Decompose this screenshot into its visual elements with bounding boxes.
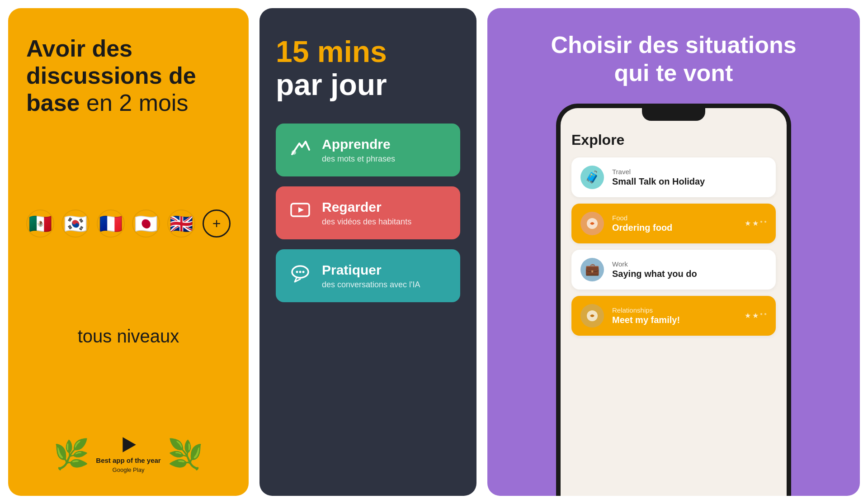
dot: ● <box>760 219 763 228</box>
work-category: Work <box>612 260 697 268</box>
topic-card-travel[interactable]: 🧳 Travel Small Talk on Holiday <box>571 157 776 197</box>
rel-dot: ● <box>760 311 763 320</box>
phone-content: Explore 🧳 Travel Small Talk on Holiday <box>561 121 787 496</box>
dot2: ● <box>764 219 767 228</box>
svg-point-6 <box>299 271 302 273</box>
flag-mexico: 🇲🇽 <box>26 209 54 238</box>
panel-dark: 15 mins par jour Apprendre des mots et p… <box>259 8 476 496</box>
food-name: Ordering food <box>612 223 672 233</box>
rel-star2: ★ <box>752 311 759 320</box>
feature-text-watch: Regarder des vidéos des habitants <box>322 199 411 227</box>
purple-title: Choisir des situations qui te vont <box>551 31 796 87</box>
feature-desc-practice: des conversations avec l'IA <box>322 280 420 290</box>
purple-title-line2: qui te vont <box>614 60 733 86</box>
travel-icon-circle: 🧳 <box>580 166 604 189</box>
work-name: Saying what you do <box>612 269 697 279</box>
panel-yellow: Avoir des discussions de base en 2 mois … <box>8 8 249 496</box>
food-text: Food Ordering food <box>612 214 672 233</box>
rel-star1: ★ <box>745 311 751 320</box>
time-highlight-text: 15 mins <box>276 35 460 68</box>
relationships-icon-circle <box>580 304 604 328</box>
feature-title-learn: Apprendre <box>322 136 395 152</box>
star1: ★ <box>745 219 751 228</box>
phone-mockup: Explore 🧳 Travel Small Talk on Holiday <box>556 104 791 496</box>
food-stars: ★ ★ ● ● <box>745 219 767 228</box>
travel-name: Small Talk on Holiday <box>612 176 705 187</box>
feature-desc-watch: des vidéos des habitants <box>322 217 411 227</box>
svg-point-1 <box>292 150 296 155</box>
flag-france: 🇫🇷 <box>97 209 125 238</box>
time-title: 15 mins par jour <box>276 35 460 101</box>
panel1-headline: Avoir des discussions de base en 2 mois <box>26 35 231 116</box>
more-languages-button[interactable]: + <box>203 209 231 238</box>
feature-text-learn: Apprendre des mots et phrases <box>322 136 395 164</box>
topic-card-work[interactable]: 💼 Work Saying what you do <box>571 250 776 290</box>
google-play-icon <box>119 435 138 454</box>
topic-card-food[interactable]: Food Ordering food ★ ★ ● ● <box>571 204 776 243</box>
laurel-award: 🌿 Best app of the year Google Play 🌿 <box>53 435 203 474</box>
star2: ★ <box>752 219 759 228</box>
time-normal-text: par jour <box>276 68 460 101</box>
phone-notch <box>642 108 705 121</box>
travel-text: Travel Small Talk on Holiday <box>612 168 705 187</box>
learn-icon <box>288 137 312 163</box>
svg-point-5 <box>296 271 298 273</box>
relationships-category: Relationships <box>612 306 680 314</box>
watch-icon <box>288 200 312 226</box>
svg-marker-3 <box>298 207 304 213</box>
feature-card-learn[interactable]: Apprendre des mots et phrases <box>276 124 460 176</box>
panel-purple: Choisir des situations qui te vont Explo… <box>487 8 860 496</box>
practice-icon <box>288 263 312 289</box>
flag-japan: 🇯🇵 <box>132 209 160 238</box>
award-line2: Google Play <box>113 466 145 473</box>
feature-text-practice: Pratiquer des conversations avec l'IA <box>322 262 420 290</box>
award-line1: Best app of the year <box>96 456 160 465</box>
purple-title-line1: Choisir des situations <box>551 32 796 58</box>
feature-desc-learn: des mots et phrases <box>322 154 395 164</box>
topic-card-relationships[interactable]: Relationships Meet my family! ★ ★ ● ● <box>571 296 776 336</box>
panel1-headline-normal: en 2 mois <box>80 90 189 116</box>
laurel-left-icon: 🌿 <box>53 440 90 469</box>
relationships-stars: ★ ★ ● ● <box>745 311 767 320</box>
explore-title: Explore <box>571 132 776 148</box>
svg-point-7 <box>302 271 305 273</box>
flag-uk: 🇬🇧 <box>167 209 195 238</box>
food-category: Food <box>612 214 672 222</box>
tous-niveaux-text: tous niveaux <box>78 326 179 347</box>
laurel-right-icon: 🌿 <box>167 440 203 469</box>
food-icon-circle <box>580 212 604 235</box>
travel-category: Travel <box>612 168 705 176</box>
award-section: 🌿 Best app of the year Google Play 🌿 <box>53 435 203 474</box>
flag-korea: 🇰🇷 <box>61 209 90 238</box>
feature-title-practice: Pratiquer <box>322 262 420 278</box>
svg-marker-0 <box>123 437 136 452</box>
award-content: Best app of the year Google Play <box>96 435 160 474</box>
relationships-text: Relationships Meet my family! <box>612 306 680 325</box>
relationships-name: Meet my family! <box>612 315 680 325</box>
rel-dot2: ● <box>764 311 767 320</box>
feature-card-practice[interactable]: Pratiquer des conversations avec l'IA <box>276 249 460 302</box>
flags-row: 🇲🇽 🇰🇷 🇫🇷 🇯🇵 🇬🇧 + <box>26 209 231 238</box>
work-text: Work Saying what you do <box>612 260 697 279</box>
feature-card-watch[interactable]: Regarder des vidéos des habitants <box>276 186 460 239</box>
feature-title-watch: Regarder <box>322 199 411 215</box>
work-icon-circle: 💼 <box>580 258 604 281</box>
